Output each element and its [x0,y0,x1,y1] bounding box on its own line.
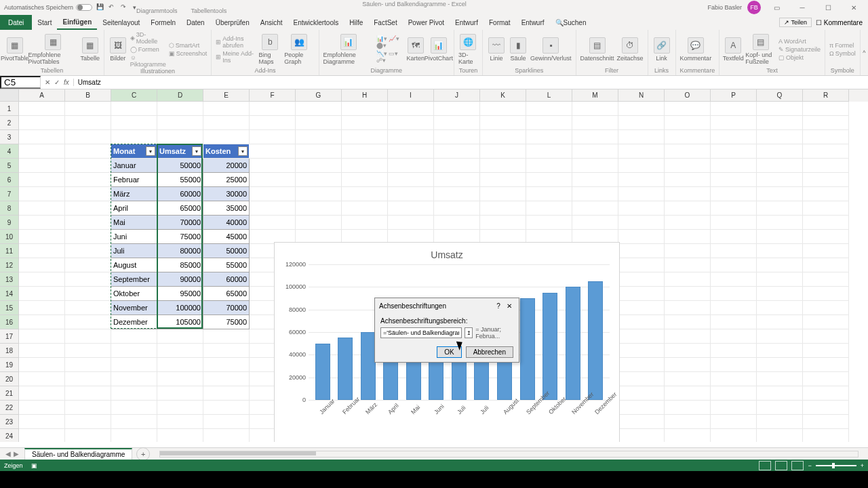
chart-type-icon[interactable]: 📊▾ 📈▾ ⬤▾ [376,35,403,49]
cell[interactable] [757,344,803,358]
cell[interactable] [203,386,250,401]
cell[interactable] [757,102,803,116]
cell[interactable] [572,116,618,130]
row-header-24[interactable]: 24 [0,429,19,442]
smartart-button[interactable]: ⬡ SmartArt [169,42,208,49]
save-icon[interactable]: 💾 [96,3,104,12]
table-cell[interactable]: 35000 [203,201,250,216]
tab-formeln[interactable]: Formeln [145,15,181,30]
cell[interactable] [250,116,296,130]
cell[interactable] [111,344,157,358]
undo-icon[interactable]: ↶ [108,3,117,12]
add-sheet-icon[interactable]: + [136,447,150,461]
cell[interactable] [803,344,849,358]
cell[interactable] [711,415,757,429]
cell[interactable] [572,130,618,144]
cell[interactable] [296,187,342,201]
table-cell[interactable]: Februar [111,173,157,187]
cell[interactable] [296,116,342,130]
cell[interactable] [19,102,65,116]
enter-formula-icon[interactable]: ✓ [54,79,60,86]
cell[interactable] [757,187,803,201]
row-header-21[interactable]: 21 [0,386,19,401]
cell[interactable] [250,187,296,201]
table-cell[interactable]: 60000 [203,272,250,287]
cell[interactable] [526,173,572,187]
close-icon[interactable]: ✕ [844,1,864,14]
cell[interactable] [618,173,665,187]
table-cell[interactable]: 90000 [157,272,203,287]
cell[interactable] [618,329,665,344]
cell[interactable] [342,216,388,230]
cell[interactable] [711,258,757,272]
tab-search[interactable]: 🔍 Suchen [550,15,592,30]
cell[interactable] [803,329,849,344]
cell[interactable] [803,401,849,415]
cell[interactable] [19,258,65,272]
cell[interactable] [65,315,111,329]
cell[interactable] [618,429,665,442]
col-header-D[interactable]: D [157,89,203,102]
cell[interactable] [434,216,480,230]
row-header-15[interactable]: 15 [0,301,19,315]
table-button[interactable]: ▦Tabelle [81,37,100,62]
cell[interactable] [111,401,157,415]
cell[interactable] [803,216,849,230]
cell[interactable] [19,372,65,386]
cell[interactable] [665,116,711,130]
cell[interactable] [665,144,711,159]
tab-start[interactable]: Start [32,15,57,30]
cell[interactable] [711,244,757,258]
maximize-icon[interactable]: ☐ [818,1,838,14]
row-header-17[interactable]: 17 [0,329,19,344]
col-header-C[interactable]: C [111,89,157,102]
cell[interactable] [665,159,711,173]
pivottable-button[interactable]: ▦PivotTable [4,37,26,62]
redo-icon[interactable]: ↷ [121,3,129,12]
cell[interactable] [711,372,757,386]
cell[interactable] [65,201,111,216]
cell[interactable] [803,358,849,372]
cell[interactable] [572,102,618,116]
ribbon-options-icon[interactable]: ▭ [766,1,787,14]
cell[interactable] [19,216,65,230]
tab-factset[interactable]: FactSet [368,15,402,30]
cell[interactable] [711,301,757,315]
axis-range-input[interactable] [380,327,462,338]
cell[interactable] [65,415,111,429]
cell[interactable] [19,201,65,216]
tab-file[interactable]: Datei [0,15,32,30]
cell[interactable] [250,144,296,159]
cell[interactable] [480,144,526,159]
cell[interactable] [803,287,849,301]
row-header-20[interactable]: 20 [0,372,19,386]
cell[interactable] [711,216,757,230]
sparkline-line-button[interactable]: 〰Linie [487,37,506,62]
cell[interactable] [665,230,711,244]
cell[interactable] [803,372,849,386]
cell[interactable] [757,301,803,315]
table-cell[interactable]: Januar [111,159,157,173]
cell[interactable] [434,102,480,116]
table-cell[interactable]: 50000 [157,159,203,173]
row-header-9[interactable]: 9 [0,216,19,230]
cell[interactable] [803,201,849,216]
cell[interactable] [19,344,65,358]
cell[interactable] [618,372,665,386]
table-cell[interactable]: 65000 [157,201,203,216]
cell[interactable] [757,130,803,144]
comment-button[interactable]: 💬Kommentar [680,37,712,62]
cell[interactable] [434,144,480,159]
cell[interactable] [388,201,434,216]
screenshot-button[interactable]: ▣ Screenshot [169,50,208,57]
cell[interactable] [388,173,434,187]
table-cell[interactable]: September [111,272,157,287]
zoom-out-icon[interactable]: − [808,462,811,469]
cancel-button[interactable]: Abbrechen [466,346,513,358]
cell[interactable] [111,386,157,401]
timeline-button[interactable]: ⏱Zeitachse [617,37,644,62]
filter-dropdown-icon[interactable]: ▼ [238,146,248,156]
col-header-B[interactable]: B [65,89,111,102]
tab-ansicht[interactable]: Ansicht [255,15,288,30]
cell[interactable] [618,201,665,216]
